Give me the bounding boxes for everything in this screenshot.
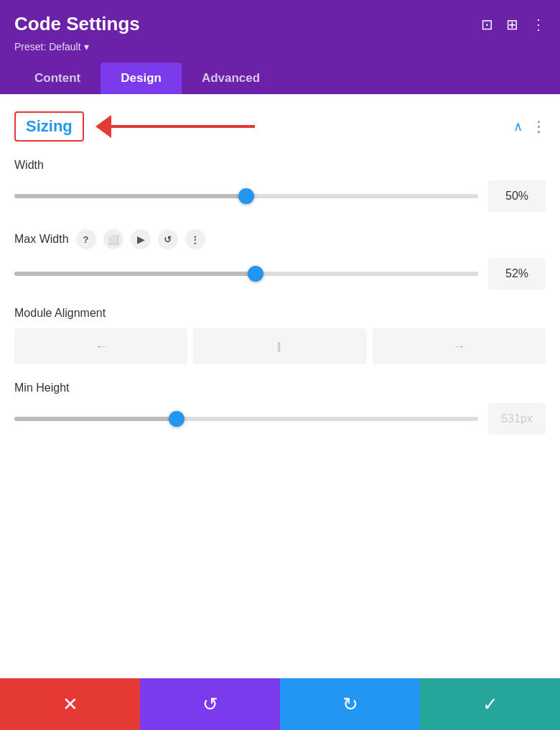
tabs-bar: Content Design Advanced xyxy=(14,63,546,94)
redo-button[interactable]: ↻ xyxy=(280,678,420,730)
max-width-track xyxy=(14,272,478,276)
align-center-icon: ⫿ xyxy=(276,339,283,354)
max-width-label: Max Width xyxy=(14,233,69,246)
tab-design[interactable]: Design xyxy=(101,63,182,94)
width-slider[interactable] xyxy=(14,194,478,198)
width-label: Width xyxy=(14,159,546,172)
section-controls: ∧ ⋮ xyxy=(513,118,546,135)
sizing-title-box: Sizing xyxy=(14,111,84,142)
max-width-cursor-icon[interactable]: ▶ xyxy=(131,229,151,249)
min-height-thumb[interactable] xyxy=(169,411,185,427)
bottom-bar: ✕ ↺ ↻ ✓ xyxy=(0,678,560,730)
header-top: Code Settings ⊡ ⊞ ⋮ xyxy=(14,13,546,35)
align-right-icon: → xyxy=(452,339,465,354)
max-width-value[interactable]: 52% xyxy=(488,258,546,290)
header: Code Settings ⊡ ⊞ ⋮ Preset: Default ▾ Co… xyxy=(0,0,560,94)
tab-content[interactable]: Content xyxy=(14,63,101,94)
width-thumb[interactable] xyxy=(238,188,254,204)
layout-icon[interactable]: ⊞ xyxy=(506,16,518,33)
page-title: Code Settings xyxy=(14,13,140,35)
width-fill xyxy=(14,194,246,198)
section-title-area: Sizing xyxy=(14,111,255,142)
preset-label-text: Preset: Default xyxy=(14,41,81,52)
align-left-button[interactable]: ← xyxy=(14,328,187,364)
save-icon: ✓ xyxy=(482,693,498,716)
cancel-button[interactable]: ✕ xyxy=(0,678,140,730)
min-height-track xyxy=(14,417,478,421)
arrow-head-icon xyxy=(95,115,111,138)
min-height-value[interactable]: 531px xyxy=(488,403,546,435)
width-track xyxy=(14,194,478,198)
min-height-fill xyxy=(14,417,177,421)
max-width-slider-row: 52% xyxy=(14,258,546,290)
max-width-thumb[interactable] xyxy=(248,266,263,282)
width-slider-row: 50% xyxy=(14,180,546,212)
max-width-slider[interactable] xyxy=(14,272,478,276)
width-value[interactable]: 50% xyxy=(488,180,546,212)
main-content: Sizing ∧ ⋮ Width 50% Max Width ? ⬜ ▶ ↺ ⋮ xyxy=(0,94,560,469)
expand-icon[interactable]: ⊡ xyxy=(481,16,493,33)
undo-icon: ↺ xyxy=(202,693,218,716)
preset-selector[interactable]: Preset: Default ▾ xyxy=(14,41,546,52)
max-width-label-row: Max Width ? ⬜ ▶ ↺ ⋮ xyxy=(14,229,546,249)
header-icons: ⊡ ⊞ ⋮ xyxy=(481,16,546,33)
collapse-icon[interactable]: ∧ xyxy=(513,119,523,134)
section-more-icon[interactable]: ⋮ xyxy=(531,118,546,135)
align-right-button[interactable]: → xyxy=(373,328,546,364)
redo-icon: ↻ xyxy=(342,693,358,716)
min-height-slider[interactable] xyxy=(14,417,478,421)
max-width-help-icon[interactable]: ? xyxy=(76,229,96,249)
max-width-reset-icon[interactable]: ↺ xyxy=(158,229,178,249)
max-width-more-icon[interactable]: ⋮ xyxy=(185,229,205,249)
cancel-icon: ✕ xyxy=(62,693,78,716)
arrow-indicator xyxy=(95,115,255,138)
max-width-fill xyxy=(14,272,256,276)
sizing-title: Sizing xyxy=(26,117,73,135)
save-button[interactable]: ✓ xyxy=(420,678,560,730)
alignment-row: ← ⫿ → xyxy=(14,328,546,364)
module-alignment-label: Module Alignment xyxy=(14,307,546,320)
undo-button[interactable]: ↺ xyxy=(140,678,280,730)
sizing-section-header: Sizing ∧ ⋮ xyxy=(14,111,546,142)
min-height-section: Min Height 531px xyxy=(14,382,546,435)
more-vert-icon[interactable]: ⋮ xyxy=(531,16,546,33)
align-left-icon: ← xyxy=(95,339,108,354)
min-height-slider-row: 531px xyxy=(14,403,546,435)
preset-arrow-icon: ▾ xyxy=(84,41,89,52)
max-width-tablet-icon[interactable]: ⬜ xyxy=(103,229,123,249)
align-center-button[interactable]: ⫿ xyxy=(193,328,366,364)
min-height-label: Min Height xyxy=(14,382,546,394)
tab-advanced[interactable]: Advanced xyxy=(182,63,280,94)
arrow-shaft xyxy=(111,125,255,128)
